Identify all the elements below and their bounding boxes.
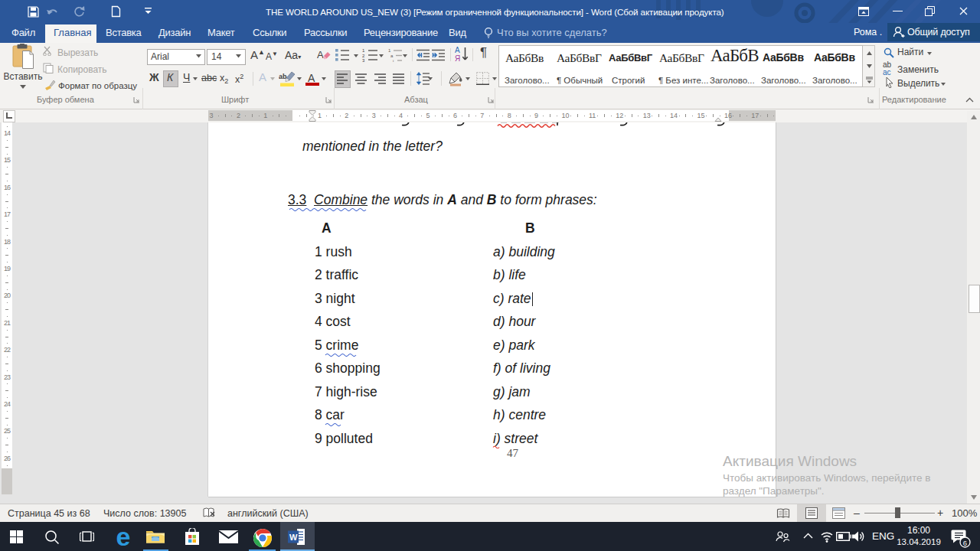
svg-text:i: i (393, 59, 394, 63)
svg-text:3: 3 (362, 58, 365, 62)
svg-text:Я: Я (455, 54, 460, 63)
svg-text:W: W (289, 533, 298, 542)
svg-text:a: a (390, 54, 394, 58)
svg-text:А: А (455, 46, 460, 54)
svg-text:1: 1 (362, 48, 365, 53)
svg-text:2: 2 (362, 54, 365, 58)
svg-text:1: 1 (388, 48, 391, 53)
svg-text:6: 6 (963, 539, 967, 547)
svg-text:A: A (317, 49, 324, 60)
